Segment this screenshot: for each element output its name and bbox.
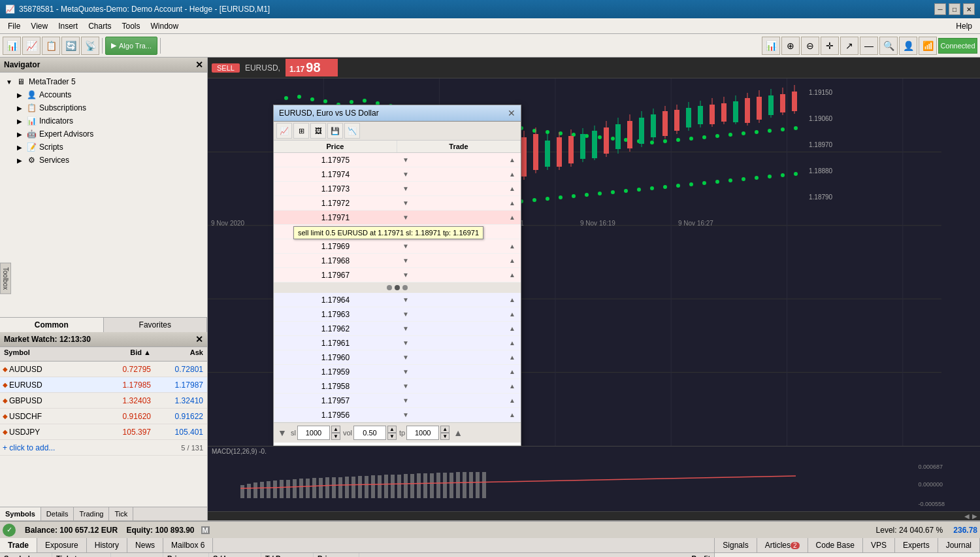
nav-expand-icon[interactable]: ▼	[5, 78, 13, 86]
line-btn[interactable]: —	[860, 37, 878, 55]
dom-up-arrow[interactable]: ▲	[506, 337, 518, 349]
dom-down-arrow[interactable]: ▼	[400, 154, 412, 166]
list-item[interactable]: ◆AUDUSD 0.72795 0.72801	[0, 362, 207, 377]
history-btn[interactable]: 🔄	[61, 37, 80, 55]
crosshair-btn[interactable]: ✛	[821, 37, 839, 55]
zoom-out-btn[interactable]: ⊖	[801, 37, 819, 55]
dom-scroll-down[interactable]: ▼	[276, 427, 288, 439]
tab-exposure[interactable]: Exposure	[37, 538, 87, 552]
sell-button-chart[interactable]: SELL	[212, 63, 240, 73]
vol-spin-down[interactable]: ▼	[387, 433, 397, 440]
profile-btn[interactable]: 📈	[22, 37, 41, 55]
live-btn[interactable]: 📡	[81, 37, 99, 55]
dom-down-arrow[interactable]: ▼	[400, 241, 412, 252]
tab-news[interactable]: News	[127, 538, 163, 552]
dom-save-btn[interactable]: 💾	[327, 123, 343, 139]
tab-signals[interactable]: Signals	[715, 538, 757, 552]
dom-down-arrow[interactable]: ▼	[400, 197, 412, 209]
vol-spin-up[interactable]: ▲	[387, 426, 397, 433]
dom-down-arrow[interactable]: ▼	[400, 255, 412, 267]
dom-signal-btn[interactable]: 📉	[344, 123, 360, 139]
maximize-button[interactable]: □	[949, 3, 960, 15]
dom-up-arrow[interactable]: ▲	[506, 197, 518, 209]
menu-tools[interactable]: Tools	[117, 20, 146, 32]
dom-up-arrow[interactable]: ▲	[506, 395, 518, 407]
menu-charts[interactable]: Charts	[83, 20, 116, 32]
new-order-btn[interactable]: 📋	[42, 37, 60, 55]
tab-codebase[interactable]: Code Base	[808, 538, 863, 552]
dom-up-arrow[interactable]: ▲	[506, 212, 518, 224]
nav-accounts-expand[interactable]: ▶	[16, 91, 24, 99]
add-symbol-row[interactable]: + click to add... 5 / 131	[0, 440, 207, 456]
tp-spin-down[interactable]: ▼	[440, 433, 449, 440]
mw-tab-tick[interactable]: Tick	[109, 507, 133, 520]
mw-tab-trading[interactable]: Trading	[74, 507, 109, 520]
scroll-left-arrow[interactable]: ◀	[964, 513, 970, 520]
nav-services[interactable]: ▶ ⚙ Services	[13, 154, 204, 167]
account-btn[interactable]: 👤	[899, 37, 917, 55]
level-btn[interactable]: 📶	[919, 37, 937, 55]
sl-spin-up[interactable]: ▲	[331, 426, 340, 433]
arrow-btn[interactable]: ↗	[840, 37, 858, 55]
vol-input[interactable]: 0.50	[353, 426, 386, 440]
nav-indicators[interactable]: ▶ 📊 Indicators	[13, 114, 204, 127]
menu-help[interactable]: Help	[951, 20, 977, 32]
menu-file[interactable]: File	[3, 20, 25, 32]
dom-up-arrow[interactable]: ▲	[506, 154, 518, 166]
menu-view[interactable]: View	[25, 20, 53, 32]
dom-up-arrow[interactable]: ▲	[506, 183, 518, 195]
nav-services-expand[interactable]: ▶	[16, 156, 24, 164]
tab-journal[interactable]: Journal	[938, 538, 980, 552]
dom-down-arrow[interactable]: ▼	[400, 269, 412, 281]
mw-tab-symbols[interactable]: Symbols	[0, 507, 41, 520]
sl-input[interactable]: 1000	[297, 426, 330, 440]
tab-history[interactable]: History	[87, 538, 127, 552]
dom-up-arrow[interactable]: ▲	[506, 294, 518, 306]
zoom-in-btn[interactable]: ⊕	[781, 37, 800, 55]
dom-up-arrow[interactable]: ▲	[506, 366, 518, 378]
dom-down-arrow[interactable]: ▼	[400, 337, 412, 349]
list-item[interactable]: ◆USDCHF 0.91620 0.91622	[0, 409, 207, 424]
tp-spin-up[interactable]: ▲	[440, 426, 449, 433]
dom-close-button[interactable]: ✕	[508, 108, 515, 118]
nav-ea-expand[interactable]: ▶	[16, 130, 24, 138]
dom-down-arrow[interactable]: ▼	[400, 395, 412, 407]
dom-up-arrow[interactable]: ▲	[506, 409, 518, 421]
nav-subscriptions[interactable]: ▶ 📋 Subscriptions	[13, 101, 204, 114]
algo-trade-button[interactable]: ▶ Algo Tra...	[105, 37, 157, 55]
dom-down-arrow[interactable]: ▼	[400, 294, 412, 306]
tab-trade[interactable]: Trade	[0, 538, 37, 552]
tab-mailbox[interactable]: Mailbox 6	[163, 538, 213, 552]
dom-up-arrow[interactable]: ▲	[506, 309, 518, 320]
tp-input[interactable]: 1000	[406, 426, 439, 440]
dom-up-arrow[interactable]: ▲	[506, 269, 518, 281]
dom-down-arrow[interactable]: ▼	[400, 380, 412, 392]
search-chart-btn[interactable]: 🔍	[879, 37, 898, 55]
dom-settings-btn[interactable]: 🖼	[310, 123, 326, 139]
nav-indicators-expand[interactable]: ▶	[16, 117, 24, 125]
market-watch-close-button[interactable]: ✕	[195, 334, 203, 345]
navigator-close-button[interactable]: ✕	[195, 59, 203, 70]
menu-window[interactable]: Window	[146, 20, 184, 32]
minimize-button[interactable]: ─	[934, 3, 946, 15]
dom-down-arrow[interactable]: ▼	[400, 212, 412, 224]
nav-expert-advisors[interactable]: ▶ 🤖 Expert Advisors	[13, 127, 204, 141]
chart-scrollbar[interactable]: ◀ ▶	[208, 511, 980, 520]
menu-insert[interactable]: Insert	[53, 20, 83, 32]
dom-up-arrow[interactable]: ▲	[506, 255, 518, 267]
list-item[interactable]: ◆EURUSD 1.17985 1.17987	[0, 377, 207, 393]
new-chart-btn[interactable]: 📊	[3, 37, 21, 55]
sl-spin-down[interactable]: ▼	[331, 433, 340, 440]
dom-down-arrow[interactable]: ▼	[400, 169, 412, 180]
dom-up-arrow[interactable]: ▲	[506, 241, 518, 252]
dom-up-arrow[interactable]: ▲	[506, 380, 518, 392]
list-item[interactable]: ◆USDJPY 105.397 105.401	[0, 424, 207, 440]
nav-tab-favorites[interactable]: Favorites	[104, 318, 208, 332]
dom-down-arrow[interactable]: ▼	[400, 323, 412, 335]
dom-down-arrow[interactable]: ▼	[400, 352, 412, 363]
dom-up-arrow[interactable]: ▲	[506, 169, 518, 180]
tab-articles[interactable]: Articles 2	[757, 538, 808, 552]
dom-scroll-up[interactable]: ▲	[452, 427, 464, 439]
nav-scripts[interactable]: ▶ 📝 Scripts	[13, 141, 204, 154]
dom-chart-btn[interactable]: 📈	[276, 123, 292, 139]
